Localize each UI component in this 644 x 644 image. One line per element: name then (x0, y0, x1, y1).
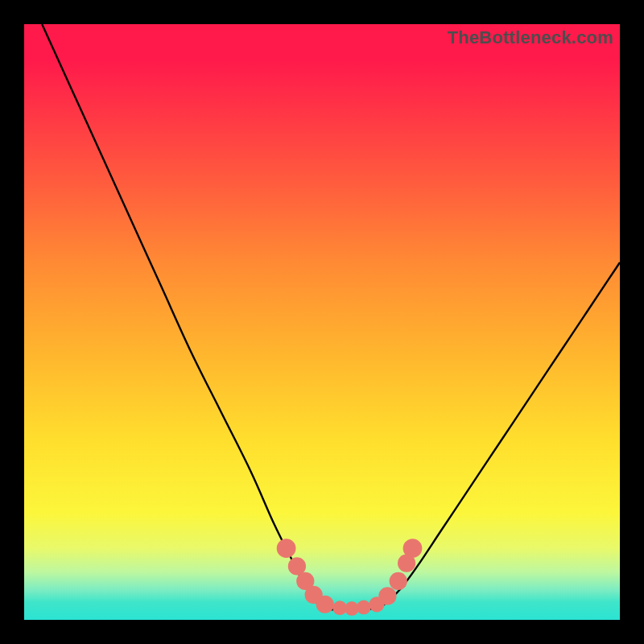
chart-marker (403, 539, 423, 558)
watermark-text: TheBottleneck.com (448, 27, 613, 48)
chart-marker (316, 596, 334, 613)
curve-left-path (42, 24, 322, 608)
chart-marker (378, 587, 396, 605)
chart-marker (357, 601, 371, 615)
chart-marker (390, 572, 407, 590)
valley-floor-path (322, 607, 382, 610)
chart-plot-area: TheBottleneck.com (24, 24, 620, 620)
chart-svg (24, 24, 620, 620)
chart-markers-group (277, 539, 423, 615)
chart-marker (398, 555, 415, 572)
chart-line-group (42, 24, 620, 610)
chart-marker (345, 601, 359, 616)
chart-marker (277, 539, 296, 558)
chart-marker (332, 601, 347, 615)
chart-marker (305, 586, 323, 604)
chart-frame: TheBottleneck.com (0, 0, 644, 644)
chart-marker (288, 557, 306, 575)
curve-right-path (382, 262, 620, 607)
chart-marker (296, 572, 314, 590)
chart-marker (369, 597, 384, 612)
